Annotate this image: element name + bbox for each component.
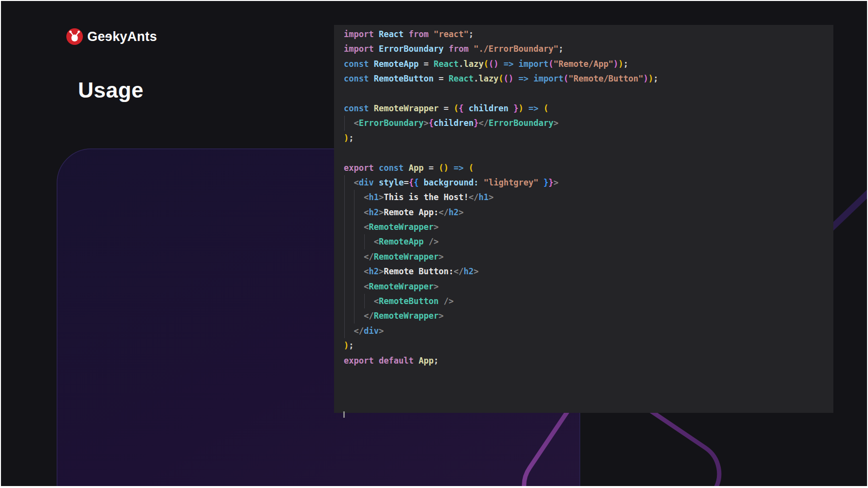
code-line: import ErrorBoundary from "./ErrorBounda… [344, 41, 833, 56]
code-line: <h1>This is the Host!</h1> [344, 190, 833, 204]
indent-guide [344, 279, 345, 294]
code-line: <ErrorBoundary>{children}</ErrorBoundary… [344, 116, 833, 130]
indent-guide [354, 220, 355, 234]
code-line: <RemoteButton /> [344, 294, 833, 308]
code-line: </RemoteWrapper> [344, 308, 833, 323]
code-line: <RemoteWrapper> [344, 279, 833, 294]
code-line: const RemoteWrapper = ({ children }) => … [344, 101, 833, 116]
slide: GeekyAnts Usage import React from "react… [1, 1, 867, 486]
indent-guide [344, 190, 345, 204]
indent-guide [344, 116, 345, 130]
indent-guide [344, 175, 345, 190]
code-line: export const App = () => ( [344, 161, 833, 175]
indent-guide [344, 205, 345, 220]
brand-logo: GeekyAnts [66, 28, 157, 45]
code-line: <div style={{ background: "lightgrey" }}… [344, 175, 833, 190]
brand-name: GeekyAnts [87, 29, 157, 44]
code-line [344, 145, 833, 160]
code-line: ); [344, 338, 833, 353]
indent-guide [354, 234, 355, 249]
code-line: <RemoteWrapper> [344, 220, 833, 234]
code-line: import React from "react"; [344, 27, 833, 41]
indent-guide [364, 294, 365, 308]
indent-guide [344, 220, 345, 234]
code-line: <h2>Remote Button:</h2> [344, 264, 833, 279]
indent-guide [354, 294, 355, 308]
brand-name-reversed-e: e [105, 29, 112, 44]
brand-name-part1: Ge [87, 29, 105, 44]
code-line: export default App; [344, 353, 833, 368]
code-editor: import React from "react";import ErrorBo… [334, 25, 833, 413]
code-line [344, 383, 833, 397]
brand-name-part2: kyAnts [113, 29, 157, 44]
code-line [344, 368, 833, 383]
code-line: ); [344, 131, 833, 145]
indent-guide [344, 234, 345, 249]
indent-guide [354, 279, 355, 294]
code-line [344, 398, 833, 412]
indent-guide [344, 249, 345, 264]
indent-guide [344, 294, 345, 308]
code-line [344, 86, 833, 101]
code-line: <RemoteApp /> [344, 234, 833, 249]
indent-guide [364, 234, 365, 249]
indent-guide [354, 205, 355, 220]
indent-guide [344, 308, 345, 323]
text-cursor [343, 411, 345, 418]
page-frame: GeekyAnts Usage import React from "react… [0, 0, 868, 488]
code-line: </div> [344, 324, 833, 338]
indent-guide [354, 190, 355, 204]
code-line: </RemoteWrapper> [344, 249, 833, 264]
slide-title: Usage [78, 78, 144, 102]
code-line: const RemoteApp = React.lazy(() => impor… [344, 57, 833, 71]
code-line: <h2>Remote App:</h2> [344, 205, 833, 220]
indent-guide [344, 324, 345, 338]
indent-guide [354, 264, 355, 279]
indent-guide [344, 264, 345, 279]
geekyants-logo-icon [66, 28, 83, 45]
code-line: const RemoteButton = React.lazy(() => im… [344, 71, 833, 86]
indent-guide [354, 308, 355, 323]
indent-guide [354, 249, 355, 264]
